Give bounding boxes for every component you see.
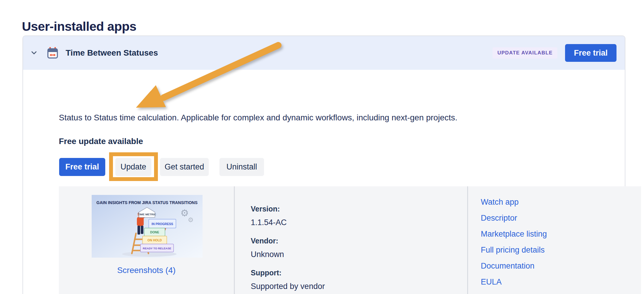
app-panel-time-between-statuses: Time Between Statuses UPDATE AVAILABLE F…	[22, 35, 625, 294]
app-name: Time Between Statuses	[66, 48, 158, 58]
chip-on-hold: ON HOLD	[148, 238, 162, 242]
app-calendar-icon	[47, 47, 58, 59]
documentation-link[interactable]: Documentation	[481, 261, 535, 271]
field-label-version: Version:	[251, 205, 331, 213]
app-info-fields: Version: 1.1.54-AC Vendor: Unknown Suppo…	[251, 205, 331, 294]
list-item: Watch app	[481, 194, 570, 210]
uninstall-button[interactable]: Uninstall	[219, 158, 264, 176]
app-panel-header[interactable]: Time Between Statuses UPDATE AVAILABLE F…	[23, 36, 625, 70]
watch-app-link[interactable]: Watch app	[481, 198, 519, 207]
list-item: Descriptor	[481, 210, 570, 226]
field-label-vendor: Vendor:	[251, 237, 331, 245]
free-trial-button[interactable]: Free trial	[59, 158, 105, 176]
list-item: Full pricing details	[481, 242, 570, 258]
app-links-list: Watch app Descriptor Marketplace listing…	[481, 194, 570, 294]
free-update-available-text: Free update available	[59, 137, 143, 146]
chip-ready-to-release: READY TO RELEASE	[143, 247, 171, 250]
chevron-down-icon	[31, 51, 37, 55]
manage-apps-page: User-installed apps Time Betwe	[0, 0, 644, 294]
app-details-section: GAIN INSIGHTS FROM JIRA STATUS TRANSITIO…	[59, 186, 641, 294]
descriptor-link[interactable]: Descriptor	[481, 214, 517, 223]
field-value-support: Supported by vendor	[251, 282, 331, 291]
column-divider	[234, 186, 235, 294]
list-item: Data security and privacy	[481, 290, 570, 294]
field-value-vendor: Unknown	[251, 250, 331, 259]
app-screenshot-thumbnail[interactable]: GAIN INSIGHTS FROM JIRA STATUS TRANSITIO…	[92, 195, 203, 258]
list-item: Documentation	[481, 258, 570, 274]
chip-in-progress: IN PROGRESS	[152, 222, 173, 226]
eula-link[interactable]: EULA	[481, 277, 502, 287]
update-button[interactable]: Update	[115, 158, 151, 176]
page-title: User-installed apps	[22, 19, 136, 34]
app-description: Status to Status time calculation. Appli…	[59, 113, 457, 122]
field-label-support: Support:	[251, 269, 331, 277]
collapse-chevron-icon[interactable]	[30, 49, 38, 57]
field-value-version: 1.1.54-AC	[251, 218, 331, 227]
screenshots-link[interactable]: Screenshots (4)	[59, 266, 234, 275]
chip-time-metric: TIME METRIC	[138, 213, 156, 216]
full-pricing-details-link[interactable]: Full pricing details	[481, 245, 545, 255]
chip-done: DONE	[150, 230, 159, 234]
free-trial-button-header[interactable]: Free trial	[565, 44, 617, 62]
marketplace-listing-link[interactable]: Marketplace listing	[481, 230, 547, 239]
list-item: Marketplace listing	[481, 226, 570, 242]
list-item: EULA	[481, 274, 570, 290]
thumbnail-title: GAIN INSIGHTS FROM JIRA STATUS TRANSITIO…	[96, 200, 198, 205]
column-divider	[467, 186, 468, 294]
get-started-button[interactable]: Get started	[160, 158, 209, 176]
gear-icon-small: ⚙	[188, 216, 194, 224]
update-available-badge: UPDATE AVAILABLE	[493, 47, 557, 59]
